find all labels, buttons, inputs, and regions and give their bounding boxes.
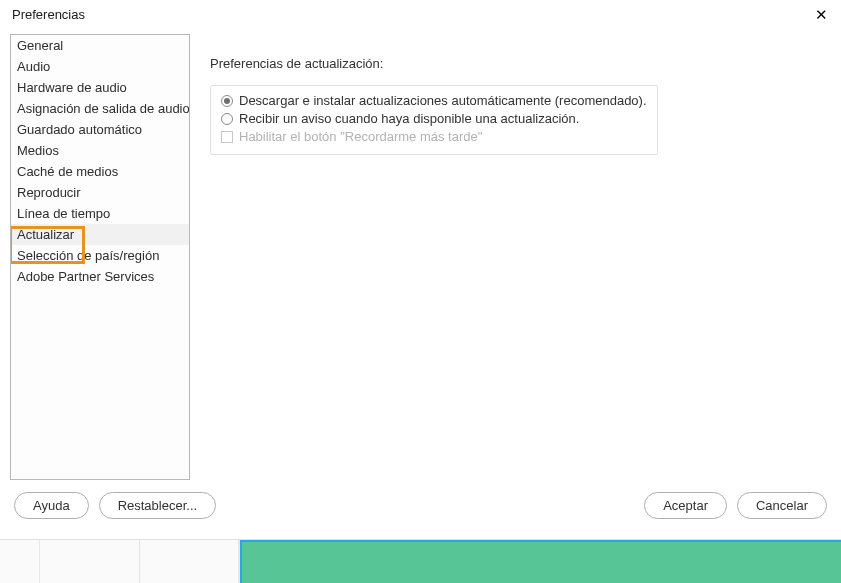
sidebar-item-audio-hardware[interactable]: Hardware de audio — [11, 77, 189, 98]
reset-button[interactable]: Restablecer... — [99, 492, 217, 519]
sidebar-item-label: Reproducir — [17, 185, 81, 200]
content-pane: Preferencias de actualización: Descargar… — [190, 34, 831, 480]
option-auto-install[interactable]: Descargar e instalar actualizaciones aut… — [221, 92, 647, 110]
window-title: Preferencias — [12, 7, 85, 22]
sidebar-item-label: Caché de medios — [17, 164, 118, 179]
option-label: Habilitar el botón "Recordarme más tarde… — [239, 128, 482, 146]
sidebar-item-label: Selección de país/región — [17, 248, 159, 263]
option-remind-later: Habilitar el botón "Recordarme más tarde… — [221, 128, 647, 146]
radio-icon[interactable] — [221, 113, 233, 125]
button-bar: Ayuda Restablecer... Aceptar Cancelar — [0, 480, 841, 519]
strip-cell — [140, 540, 240, 583]
checkbox-icon — [221, 131, 233, 143]
sidebar-item-update[interactable]: Actualizar — [11, 224, 189, 245]
sidebar-item-playback[interactable]: Reproducir — [11, 182, 189, 203]
sidebar-item-label: Actualizar — [17, 227, 74, 242]
strip-cell — [0, 540, 40, 583]
sidebar-item-media-cache[interactable]: Caché de medios — [11, 161, 189, 182]
radio-icon[interactable] — [221, 95, 233, 107]
close-icon[interactable]: ✕ — [811, 7, 831, 22]
bottom-timeline-strip — [0, 539, 841, 583]
sidebar-item-label: Asignación de salida de audio — [17, 101, 190, 116]
sidebar-item-partner[interactable]: Adobe Partner Services — [11, 266, 189, 287]
sidebar-item-label: Línea de tiempo — [17, 206, 110, 221]
update-options-group: Descargar e instalar actualizaciones aut… — [210, 85, 658, 155]
sidebar-item-audio-output[interactable]: Asignación de salida de audio — [11, 98, 189, 119]
sidebar-item-label: Guardado automático — [17, 122, 142, 137]
sidebar-item-general[interactable]: General — [11, 35, 189, 56]
sidebar-item-audio[interactable]: Audio — [11, 56, 189, 77]
button-group-right: Aceptar Cancelar — [644, 492, 827, 519]
strip-green — [240, 540, 841, 583]
sidebar-item-label: Adobe Partner Services — [17, 269, 154, 284]
option-label: Descargar e instalar actualizaciones aut… — [239, 92, 647, 110]
help-button[interactable]: Ayuda — [14, 492, 89, 519]
strip-gray — [0, 540, 240, 583]
option-label: Recibir un aviso cuando haya disponible … — [239, 110, 579, 128]
sidebar-item-media[interactable]: Medios — [11, 140, 189, 161]
titlebar: Preferencias ✕ — [0, 0, 841, 28]
sidebar-item-label: General — [17, 38, 63, 53]
section-title: Preferencias de actualización: — [210, 56, 819, 71]
sidebar-item-region[interactable]: Selección de país/región — [11, 245, 189, 266]
sidebar-item-timeline[interactable]: Línea de tiempo — [11, 203, 189, 224]
dialog-body: General Audio Hardware de audio Asignaci… — [0, 28, 841, 480]
strip-cell — [40, 540, 140, 583]
sidebar-item-label: Audio — [17, 59, 50, 74]
cancel-button[interactable]: Cancelar — [737, 492, 827, 519]
sidebar-item-label: Medios — [17, 143, 59, 158]
sidebar-item-autosave[interactable]: Guardado automático — [11, 119, 189, 140]
button-group-left: Ayuda Restablecer... — [14, 492, 216, 519]
option-notify[interactable]: Recibir un aviso cuando haya disponible … — [221, 110, 647, 128]
ok-button[interactable]: Aceptar — [644, 492, 727, 519]
sidebar: General Audio Hardware de audio Asignaci… — [10, 34, 190, 480]
sidebar-item-label: Hardware de audio — [17, 80, 127, 95]
